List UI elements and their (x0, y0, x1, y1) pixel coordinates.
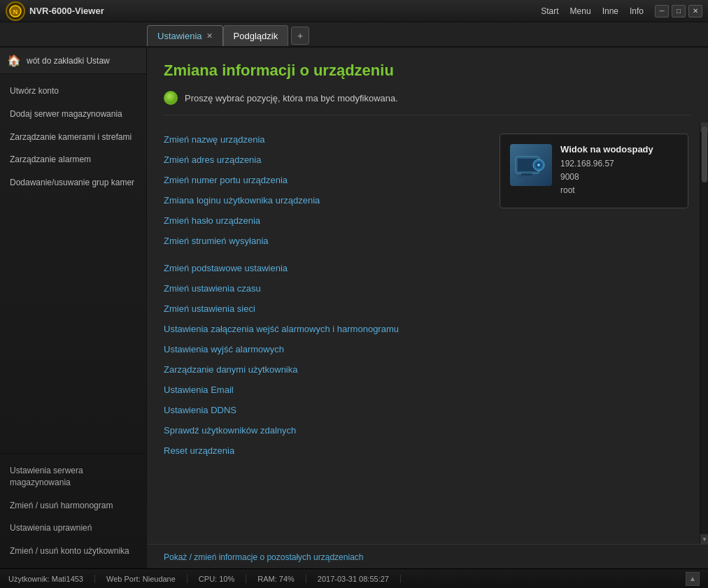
device-card: Widok na wodospady 192.168.96.57 9008 ro… (500, 134, 688, 208)
device-info: Widok na wodospady 192.168.96.57 9008 ro… (560, 144, 678, 198)
menu-menu[interactable]: Menu (570, 6, 591, 16)
sidebar-item-manage-cameras[interactable]: Zarządzanie kamerami i strefami (0, 126, 146, 149)
option-ddns-settings[interactable]: Ustawienia DDNS (164, 400, 483, 420)
tab-ustawienia[interactable]: Ustawienia ✕ (147, 25, 223, 46)
content-scrollbar: ▲ ▼ (700, 122, 708, 544)
status-ram: RAM: 74% (246, 575, 306, 583)
sidebar-nav: Utwórz konto Dodaj serwer magazynowania … (0, 74, 146, 453)
status-datetime: 2017-03-31 08:55:27 (306, 575, 401, 583)
option-email-settings[interactable]: Ustawienia Email (164, 380, 483, 400)
status-user: Użytkownik: Mati1453 (8, 575, 95, 583)
statusbar-scroll-arrow[interactable]: ▲ (686, 572, 700, 586)
tab-ustawienia-close[interactable]: ✕ (206, 31, 213, 41)
status-web-port: Web Port: Nieudane (95, 575, 187, 583)
option-alarm-output-settings[interactable]: Ustawienia wyjść alarmowych (164, 339, 483, 359)
content-subtitle: Proszę wybrać pozycję, która ma być mody… (185, 93, 398, 103)
tab-podglądzik[interactable]: Podglądzik (223, 25, 289, 46)
tabbar: Ustawienia ✕ Podglądzik + (0, 22, 708, 48)
home-icon: 🏠 (7, 54, 21, 67)
close-button[interactable]: ✕ (688, 5, 702, 17)
device-name: Widok na wodospady (560, 144, 678, 155)
device-icon (510, 144, 552, 186)
options-list: Zmień nazwę urządzenia Zmień adres urząd… (147, 122, 500, 544)
bottom-link-bar: Pokaż / zmień informacje o pozostałych u… (147, 544, 708, 568)
status-cpu: CPU: 10% (187, 575, 246, 583)
sidebar: 🏠 wót do zakładki Ustaw Utwórz konto Dod… (0, 48, 147, 568)
titlebar: N NVR-6000-Viewer Start Menu Inne Info ─… (0, 0, 708, 22)
titlebar-menu: Start Menu Inne Info (541, 6, 644, 16)
sidebar-footer-user-account[interactable]: Zmień / usuń konto użytkownika (0, 540, 146, 563)
option-network-settings[interactable]: Zmień ustawienia sieci (164, 299, 483, 319)
option-basic-settings[interactable]: Zmień podstawowe ustawienia (164, 258, 483, 278)
restore-button[interactable]: □ (672, 5, 686, 17)
sidebar-footer-permissions[interactable]: Ustawienia uprawnień (0, 517, 146, 540)
option-change-stream[interactable]: Zmień strumień wysyłania (164, 231, 483, 251)
menu-inne[interactable]: Inne (602, 6, 618, 16)
statusbar: Użytkownik: Mati1453 Web Port: Nieudane … (0, 568, 708, 588)
sidebar-header-text: wót do zakładki Ustaw (27, 56, 110, 66)
svg-point-6 (537, 164, 540, 166)
app-logo: N (6, 1, 25, 21)
option-change-port[interactable]: Zmień numer portu urządzenia (164, 170, 483, 190)
sidebar-item-add-storage[interactable]: Dodaj serwer magazynowania (0, 103, 146, 126)
tab-ustawienia-label: Ustawienia (157, 31, 202, 41)
content-body: Zmień nazwę urządzenia Zmień adres urząd… (147, 122, 708, 544)
sidebar-footer: Ustawienia serwera magazynowania Zmień /… (0, 453, 146, 568)
sidebar-item-manage-alarm[interactable]: Zarządzanie alarmem (0, 148, 146, 171)
option-alarm-input-settings[interactable]: Ustawienia załączenia wejść alarmowych i… (164, 319, 483, 339)
option-change-address[interactable]: Zmień adres urządzenia (164, 150, 483, 170)
status-indicator (164, 91, 178, 105)
sidebar-footer-storage-settings[interactable]: Ustawienia serwera magazynowania (0, 459, 146, 494)
option-change-name[interactable]: Zmień nazwę urządzenia (164, 129, 483, 150)
option-remote-users[interactable]: Sprawdź użytkowników zdalnych (164, 420, 483, 440)
device-ip: 192.168.96.57 (560, 157, 678, 171)
window-controls: ─ □ ✕ (655, 5, 702, 17)
option-user-data-management[interactable]: Zarządzanie danymi użytkownika (164, 359, 483, 380)
option-change-login[interactable]: Zmiana loginu użytkownika urządzenia (164, 190, 483, 210)
app-title: NVR-6000-Viewer (29, 6, 541, 16)
menu-info[interactable]: Info (630, 6, 644, 16)
content-header: Zmiana informacji o urządzeniu Proszę wy… (147, 48, 708, 122)
svg-rect-8 (518, 175, 535, 178)
tab-add-button[interactable]: + (291, 27, 309, 45)
option-time-settings[interactable]: Zmień ustawienia czasu (164, 278, 483, 299)
sidebar-footer-schedule[interactable]: Zmień / usuń harmonogram (0, 494, 146, 517)
svg-text:N: N (13, 8, 18, 15)
option-reset-device[interactable]: Reset urządzenia (164, 440, 483, 461)
option-change-password[interactable]: Zmień hasło urządzenia (164, 210, 483, 231)
device-port: 9008 (560, 171, 678, 184)
scrollbar-thumb[interactable] (702, 127, 707, 182)
sidebar-back-button[interactable]: 🏠 wót do zakładki Ustaw (0, 48, 146, 74)
scrollbar-arrow-down[interactable]: ▼ (700, 534, 708, 544)
minimize-button[interactable]: ─ (655, 5, 669, 17)
content-subtitle-row: Proszę wybrać pozycję, która ma być mody… (164, 87, 691, 109)
main-layout: 🏠 wót do zakładki Ustaw Utwórz konto Dod… (0, 48, 708, 568)
page-title: Zmiana informacji o urządzeniu (164, 62, 691, 80)
tab-podglądzik-label: Podglądzik (234, 31, 278, 41)
menu-start[interactable]: Start (541, 6, 558, 16)
sidebar-item-camera-groups[interactable]: Dodawanie/usuwanie grup kamer (0, 171, 146, 194)
content-divider (164, 115, 691, 115)
bottom-link[interactable]: Pokaż / zmień informacje o pozostałych u… (164, 552, 363, 562)
device-user: root (560, 184, 678, 197)
sidebar-item-create-account[interactable]: Utwórz konto (0, 80, 146, 103)
content-area: Zmiana informacji o urządzeniu Proszę wy… (147, 48, 708, 568)
section-gap-1 (164, 251, 483, 258)
